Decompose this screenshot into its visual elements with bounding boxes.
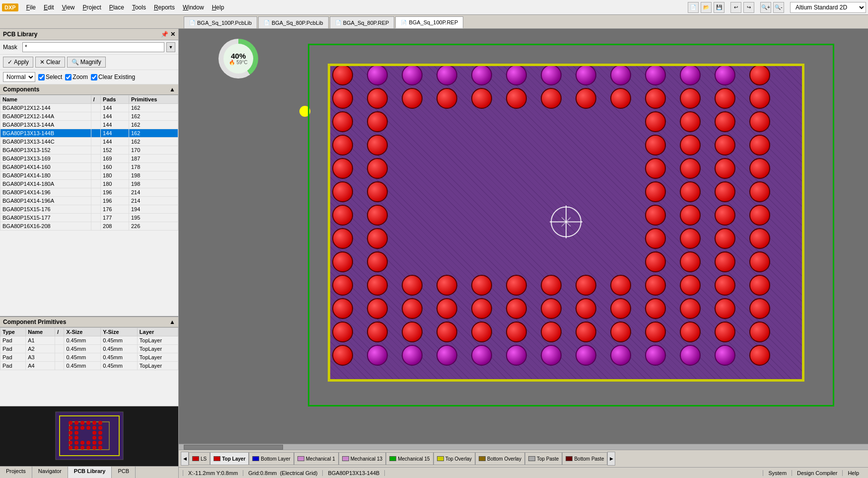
table-row[interactable]: PadA30.45mm0.45mmTopLayer xyxy=(0,353,178,362)
table-row[interactable]: BGA80P14X14-196196214 xyxy=(0,188,178,197)
components-scroll-up[interactable]: ▲ xyxy=(169,86,175,93)
table-row[interactable]: BGA80P12X12-144A144162 xyxy=(0,112,178,121)
layer-nav-next[interactable]: ▶ xyxy=(607,452,615,466)
zoom-checkbox[interactable] xyxy=(65,74,72,80)
select-checkbox[interactable] xyxy=(38,74,45,80)
menu-window[interactable]: Window xyxy=(179,2,208,13)
table-row[interactable]: BGA80P15X15-176176194 xyxy=(0,205,178,214)
mode-dropdown[interactable]: Normal xyxy=(3,72,35,82)
table-row[interactable]: BGA80P12X12-144144162 xyxy=(0,104,178,112)
tab-3[interactable]: 📄 BGA_Sq_100P.REP xyxy=(395,16,463,28)
col-pads[interactable]: Pads xyxy=(101,95,129,104)
scrollbar-thumb[interactable] xyxy=(184,445,283,450)
clear-existing-checkbox-label[interactable]: Clear Existing xyxy=(91,74,135,80)
col-sort[interactable]: / xyxy=(91,95,100,104)
table-row[interactable]: BGA80P13X13-169169187 xyxy=(0,155,178,163)
menu-view[interactable]: View xyxy=(58,2,79,13)
layer-nav-prev[interactable]: ◀ xyxy=(181,452,189,466)
pcol-layer[interactable]: Layer xyxy=(137,328,178,336)
table-row[interactable]: PadA20.45mm0.45mmTopLayer xyxy=(0,345,178,353)
status-help[interactable]: Help xyxy=(842,470,864,476)
status-design-compiler[interactable]: Design Compiler xyxy=(792,470,842,476)
pcb-viewport[interactable]: 40% 🔥 59°C xyxy=(179,29,868,444)
layer-tab-toppaste[interactable]: Top Paste xyxy=(525,452,562,465)
clear-button[interactable]: ✕ Clear xyxy=(35,57,65,68)
layer-tab-mech13[interactable]: Mechanical 13 xyxy=(339,452,386,465)
tab-1[interactable]: 📄 BGA_Sq_80P.PcbLib xyxy=(258,16,329,28)
dxp-logo[interactable]: DXP xyxy=(2,3,18,11)
panel-close-icon[interactable]: ✕ xyxy=(170,31,175,38)
table-row[interactable]: BGA80P14X14-160160178 xyxy=(0,163,178,171)
col-name[interactable]: Name xyxy=(0,95,91,104)
menu-tools[interactable]: Tools xyxy=(128,2,150,13)
menu-project[interactable]: Project xyxy=(79,2,105,13)
tb-save[interactable]: 💾 xyxy=(714,2,724,13)
tb-redo[interactable]: ↪ xyxy=(743,2,754,13)
mask-dropdown-btn[interactable]: ▼ xyxy=(166,42,175,52)
nav-tab-projects[interactable]: Projects xyxy=(0,467,32,478)
tb-open[interactable]: 📂 xyxy=(701,2,712,13)
layer-tab-topoverlay[interactable]: Top Overlay xyxy=(434,452,475,465)
flame-icon: 🔥 xyxy=(229,60,235,65)
pcol-sort[interactable]: / xyxy=(55,328,64,336)
svg-point-139 xyxy=(680,322,700,342)
layer-tab-top[interactable]: Top Layer xyxy=(210,452,249,465)
panel-pin-icon[interactable]: 📌 xyxy=(161,31,168,38)
clear-existing-checkbox[interactable] xyxy=(91,74,97,80)
zoom-checkbox-label[interactable]: Zoom xyxy=(65,74,88,80)
layer-tab-bottomoverlay[interactable]: Bottom Overlay xyxy=(475,452,525,465)
table-row[interactable]: BGA80P13X13-152152170 xyxy=(0,146,178,155)
layer-tab-ls[interactable]: LS xyxy=(189,452,210,465)
nav-tab-pcb[interactable]: PCB xyxy=(112,467,136,478)
nav-tab-pcb-library[interactable]: PCB Library xyxy=(68,467,112,478)
tab-2[interactable]: 📄 BGA_Sq_80P.REP xyxy=(330,16,395,28)
primitives-table-container[interactable]: Type Name / X-Size Y-Size Layer PadA10.4… xyxy=(0,327,178,406)
svg-point-69 xyxy=(646,135,665,155)
layer-tab-bottom[interactable]: Bottom Layer xyxy=(249,452,293,465)
mask-input[interactable] xyxy=(22,42,164,52)
layer-tab-mech1[interactable]: Mechanical 1 xyxy=(294,452,339,465)
svg-point-132 xyxy=(437,322,457,342)
tb-new[interactable]: 📄 xyxy=(688,2,699,13)
table-row[interactable]: BGA80P14X14-180180198 xyxy=(0,171,178,180)
magnify-button[interactable]: 🔍 Magnify xyxy=(67,57,106,68)
menu-file[interactable]: File xyxy=(22,2,40,13)
pcol-type[interactable]: Type xyxy=(0,328,26,336)
view-mode-dropdown[interactable]: Altium Standard 2D xyxy=(790,2,866,13)
table-row[interactable]: BGA80P13X13-144C144162 xyxy=(0,138,178,146)
svg-point-14 xyxy=(98,426,102,430)
nav-tab-navigator[interactable]: Navigator xyxy=(32,467,68,478)
menu-reports[interactable]: Reports xyxy=(150,2,179,13)
menu-help[interactable]: Help xyxy=(208,2,228,13)
layer-tab-bottompaste[interactable]: Bottom Paste xyxy=(562,452,607,465)
pcol-xsize[interactable]: X-Size xyxy=(64,328,101,336)
layer-tab-mech15[interactable]: Mechanical 15 xyxy=(386,452,433,465)
tb-zoom-out[interactable]: 🔍- xyxy=(773,2,784,13)
table-row[interactable]: BGA80P13X13-144B144162 xyxy=(0,129,178,138)
table-row[interactable]: PadA10.45mm0.45mmTopLayer xyxy=(0,336,178,345)
tb-undo[interactable]: ↩ xyxy=(730,2,741,13)
table-row[interactable]: BGA80P14X14-196A196214 xyxy=(0,197,178,205)
pcol-ysize[interactable]: Y-Size xyxy=(101,328,138,336)
table-row[interactable]: BGA80P15X15-177177195 xyxy=(0,214,178,222)
tab-0[interactable]: 📄 BGA_Sq_100P.PcbLib xyxy=(184,16,257,28)
table-row[interactable]: BGA80P16X16-208208226 xyxy=(0,222,178,231)
svg-point-4 xyxy=(74,421,78,425)
layer-label-mech1: Mechanical 1 xyxy=(306,456,335,462)
canvas-area[interactable]: 40% 🔥 59°C xyxy=(179,29,868,478)
apply-button[interactable]: ✓ Apply xyxy=(3,57,33,68)
table-row[interactable]: PadA40.45mm0.45mmTopLayer xyxy=(0,362,178,370)
tb-zoom-in[interactable]: 🔍+ xyxy=(760,2,771,13)
primitives-scroll-up[interactable]: ▲ xyxy=(169,319,175,325)
status-system[interactable]: System xyxy=(763,470,792,476)
menu-place[interactable]: Place xyxy=(105,2,128,13)
canvas-scrollbar[interactable] xyxy=(179,444,868,450)
table-row[interactable]: BGA80P14X14-180A180198 xyxy=(0,180,178,188)
pcol-name[interactable]: Name xyxy=(26,328,55,336)
components-table-container[interactable]: Name / Pads Primitives BGA80P12X12-14414… xyxy=(0,95,178,316)
svg-point-120 xyxy=(472,299,492,319)
col-primitives[interactable]: Primitives xyxy=(129,95,178,104)
menu-edit[interactable]: Edit xyxy=(40,2,58,13)
select-checkbox-label[interactable]: Select xyxy=(38,74,62,80)
table-row[interactable]: BGA80P13X13-144A144162 xyxy=(0,121,178,129)
